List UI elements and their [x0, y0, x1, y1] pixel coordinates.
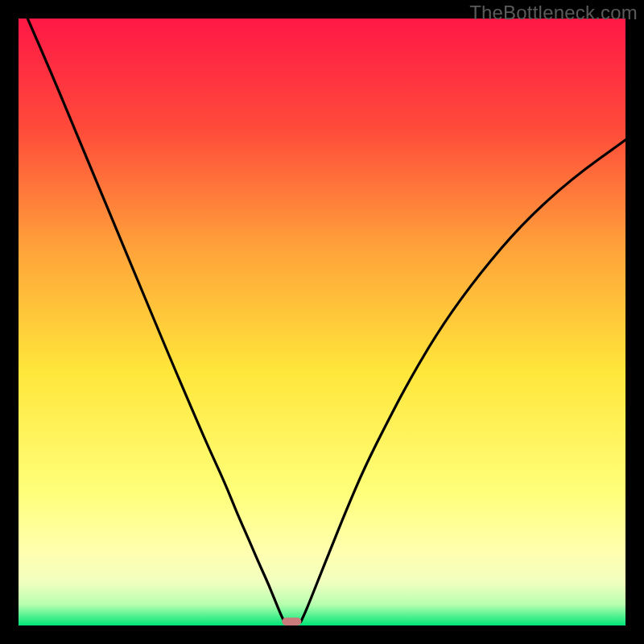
- chart-background: [19, 19, 625, 625]
- plot-frame: [19, 19, 625, 625]
- watermark-text: TheBottleneck.com: [469, 2, 638, 24]
- chart-canvas: [19, 19, 625, 625]
- bottleneck-marker: [282, 617, 301, 625]
